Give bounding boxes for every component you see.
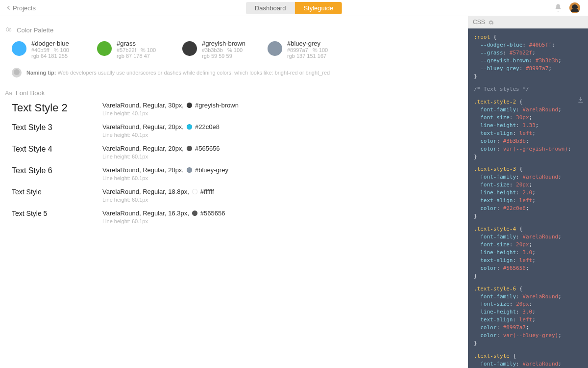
text-style-name: Text Style 3 — [12, 123, 102, 132]
swatch-name: #dodger-blue — [31, 40, 69, 47]
mini-swatch-icon — [192, 189, 197, 194]
text-style-row[interactable]: Text Style 2 VarelaRound, Regular, 30px,… — [12, 102, 463, 116]
tab-dashboard[interactable]: Dashboard — [246, 2, 295, 14]
code-lang-label: CSS — [473, 18, 485, 26]
back-to-projects[interactable]: Projects — [8, 4, 36, 12]
text-style-color-label: #greyish-brown — [195, 102, 239, 109]
text-style-color-label: #ffffff — [200, 188, 214, 195]
text-style-details-wrap: VarelaRound, Regular, 20px, #22c0e8 Line… — [102, 123, 220, 138]
swatch-meta: #dodger-blue #40b5ff % 100 rgb 64 181 25… — [31, 40, 69, 59]
code-body[interactable]: :root { --dodger-blue: #40b5ff; --grass:… — [468, 28, 588, 368]
swatch-name: #greyish-brown — [202, 40, 245, 47]
naming-tip-row: Naming tip: Web developers usually use u… — [5, 63, 463, 78]
bell-icon[interactable] — [554, 3, 563, 12]
text-style-details: VarelaRound, Regular, 18.8px, #ffffff — [102, 188, 214, 195]
chevron-left-icon — [7, 6, 11, 10]
palette-title: Color Palette — [17, 26, 53, 34]
swatch-circle — [182, 41, 197, 56]
text-style-details-wrap: VarelaRound, Regular, 16.3px, #565656 Li… — [102, 210, 225, 224]
swatch-rgb: rgb 137 151 167 — [287, 53, 328, 59]
text-style-row[interactable]: Text Style 3 VarelaRound, Regular, 20px,… — [12, 123, 463, 138]
typography-icon: Aa — [5, 89, 12, 97]
text-style-color-label: #565656 — [195, 145, 220, 152]
swatch-name: #bluey-grey — [287, 40, 328, 47]
tip-avatar-icon — [12, 68, 22, 78]
swatch-rgb: rgb 64 181 255 — [31, 53, 69, 59]
text-style-details: VarelaRound, Regular, 30px, #greyish-bro… — [102, 102, 239, 109]
fontbook-head: Aa Font Book — [5, 89, 463, 97]
swatch-item[interactable]: #greyish-brown #3b3b3b % 100 rgb 59 59 5… — [182, 40, 256, 59]
topbar: Projects Dashboard Styleguide — [0, 0, 588, 16]
text-style-row[interactable]: Text Style 5 VarelaRound, Regular, 16.3p… — [12, 210, 463, 224]
swatch-rgb: rgb 87 178 47 — [117, 53, 156, 59]
text-style-line-height: Line height: 60.1px — [102, 197, 214, 203]
tab-styleguide[interactable]: Styleguide — [294, 2, 342, 14]
text-style-line-height: Line height: 60.1px — [102, 218, 225, 224]
text-style-line-height: Line height: 40.1px — [102, 132, 220, 138]
gear-icon[interactable] — [488, 20, 494, 26]
code-sidebar-header[interactable]: CSS — [468, 16, 588, 28]
swatch-meta: #bluey-grey #8997a7 % 100 rgb 137 151 16… — [287, 40, 328, 59]
text-style-details-wrap: VarelaRound, Regular, 20px, #bluey-grey … — [102, 166, 228, 181]
palette-section-head: Color Palette — [5, 26, 463, 34]
text-style-details: VarelaRound, Regular, 20px, #22c0e8 — [102, 123, 220, 131]
mini-swatch-icon — [187, 167, 192, 173]
swatch-circle — [12, 41, 26, 56]
swatch-hex: #57b22f % 100 — [117, 47, 156, 53]
text-style-color-label: #bluey-grey — [195, 166, 228, 174]
text-style-name: Text Style 4 — [12, 145, 102, 154]
text-style-details-wrap: VarelaRound, Regular, 30px, #greyish-bro… — [102, 102, 239, 116]
text-style-details: VarelaRound, Regular, 16.3px, #565656 — [102, 210, 225, 217]
swatch-circle — [268, 41, 282, 56]
palette-row: #dodger-blue #40b5ff % 100 rgb 64 181 25… — [5, 38, 463, 63]
code-sidebar: CSS :root { --dodger-blue: #40b5ff; --gr… — [468, 16, 588, 368]
swatch-hex: #40b5ff % 100 — [31, 47, 69, 53]
text-style-line-height: Line height: 60.1px — [102, 154, 220, 159]
swatch-circle — [97, 41, 112, 56]
tip-text-wrap: Naming tip: Web developers usually use u… — [26, 70, 330, 76]
fontbook-list: Text Style 2 VarelaRound, Regular, 30px,… — [5, 102, 463, 224]
text-style-row[interactable]: Text Style 6 VarelaRound, Regular, 20px,… — [12, 166, 463, 181]
text-style-line-height: Line height: 40.1px — [102, 110, 239, 116]
droplets-icon — [5, 26, 13, 34]
mini-swatch-icon — [187, 124, 192, 130]
tip-text: Web developers usually use underscores o… — [58, 70, 330, 76]
fontbook-section: Aa Font Book Text Style 2 VarelaRound, R… — [5, 89, 463, 224]
text-style-row[interactable]: Text Style VarelaRound, Regular, 18.8px,… — [12, 188, 463, 203]
swatch-item[interactable]: #bluey-grey #8997a7 % 100 rgb 137 151 16… — [268, 40, 341, 59]
text-style-name: Text Style 5 — [12, 210, 102, 217]
content: Color Palette #dodger-blue #40b5ff % 100… — [0, 16, 468, 368]
swatch-item[interactable]: #grass #57b22f % 100 rgb 87 178 47 — [97, 40, 171, 59]
top-tabs: Dashboard Styleguide — [246, 2, 342, 14]
swatch-hex: #3b3b3b % 100 — [202, 47, 245, 53]
swatch-meta: #grass #57b22f % 100 rgb 87 178 47 — [117, 40, 156, 59]
text-style-row[interactable]: Text Style 4 VarelaRound, Regular, 20px,… — [12, 145, 463, 159]
back-label: Projects — [13, 4, 36, 12]
text-style-name: Text Style 2 — [12, 102, 102, 114]
mini-swatch-icon — [187, 103, 192, 108]
text-style-name: Text Style 6 — [12, 166, 102, 175]
fontbook-title: Font Book — [16, 89, 45, 97]
tip-label: Naming tip: — [26, 70, 56, 76]
text-style-line-height: Line height: 60.1px — [102, 175, 228, 181]
topbar-right — [554, 2, 580, 13]
text-style-details-wrap: VarelaRound, Regular, 18.8px, #ffffff Li… — [102, 188, 214, 203]
swatch-hex: #8997a7 % 100 — [287, 47, 328, 53]
mini-swatch-icon — [187, 146, 192, 151]
avatar[interactable] — [569, 2, 580, 13]
text-style-details-wrap: VarelaRound, Regular, 20px, #565656 Line… — [102, 145, 220, 159]
text-style-color-label: #565656 — [200, 210, 225, 217]
text-style-color-label: #22c0e8 — [195, 123, 220, 131]
text-style-details: VarelaRound, Regular, 20px, #bluey-grey — [102, 166, 228, 174]
download-icon[interactable] — [577, 96, 584, 105]
main: Color Palette #dodger-blue #40b5ff % 100… — [0, 16, 588, 368]
swatch-item[interactable]: #dodger-blue #40b5ff % 100 rgb 64 181 25… — [12, 40, 85, 59]
swatch-rgb: rgb 59 59 59 — [202, 53, 245, 59]
swatch-meta: #greyish-brown #3b3b3b % 100 rgb 59 59 5… — [202, 40, 245, 59]
text-style-details: VarelaRound, Regular, 20px, #565656 — [102, 145, 220, 152]
swatch-name: #grass — [117, 40, 156, 47]
mini-swatch-icon — [192, 210, 197, 216]
text-style-name: Text Style — [12, 188, 102, 196]
